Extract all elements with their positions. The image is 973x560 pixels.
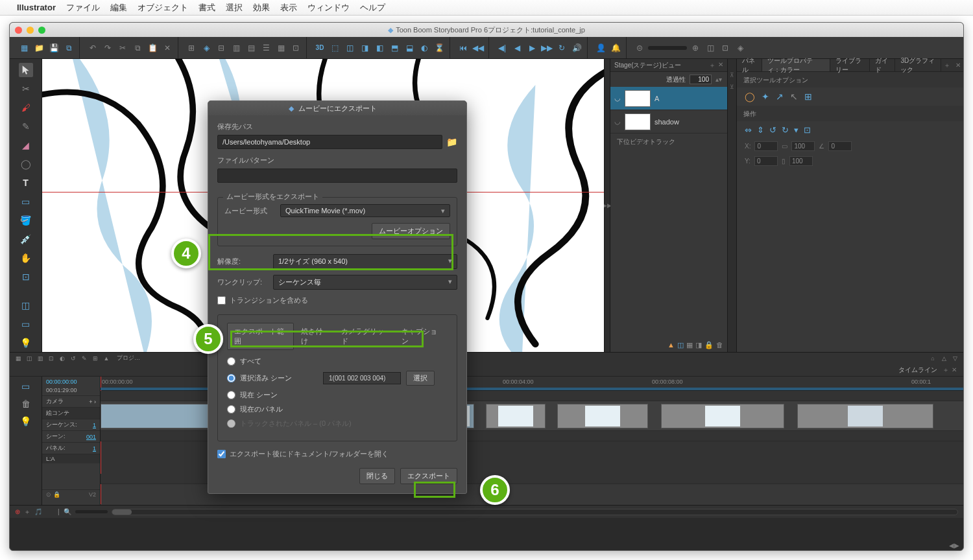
- browse-folder-icon[interactable]: 📁: [446, 137, 457, 147]
- cut-icon[interactable]: ✂: [116, 41, 129, 54]
- flatten-icon[interactable]: ▾: [794, 125, 799, 135]
- play-prev-icon[interactable]: ◀◀: [472, 41, 485, 54]
- play-icon[interactable]: ▶: [525, 41, 538, 54]
- w-input[interactable]: [791, 141, 815, 151]
- grid6-icon[interactable]: ▦: [274, 41, 287, 54]
- right-panel-chevron-icon[interactable]: ◀▶: [949, 542, 959, 549]
- snap-icon[interactable]: ◈: [200, 41, 213, 54]
- traffic-lights[interactable]: [15, 27, 45, 34]
- resolution-select[interactable]: 1/2サイズ (960 x 540): [273, 254, 457, 269]
- camera-row[interactable]: カメラ + ›: [42, 395, 100, 407]
- arrow-icon[interactable]: ↗: [776, 91, 784, 102]
- tlf-zoom-icon[interactable]: 🔍: [64, 508, 71, 515]
- menu-effect[interactable]: 効果: [253, 2, 270, 14]
- movie-options-button[interactable]: ムービーオプション: [372, 223, 450, 239]
- menu-object[interactable]: オブジェクト: [138, 2, 188, 14]
- menu-help[interactable]: ヘルプ: [360, 2, 385, 14]
- tab-burnin[interactable]: 焼き付け: [294, 323, 334, 350]
- undo-icon[interactable]: ↶: [86, 41, 99, 54]
- shape-tool-icon[interactable]: ◯: [19, 157, 33, 171]
- grid2-icon[interactable]: ⊟: [215, 41, 228, 54]
- bell-icon[interactable]: 🔔: [609, 41, 622, 54]
- close-icon[interactable]: [15, 27, 22, 34]
- flip-v-icon[interactable]: ⇕: [757, 125, 764, 135]
- visibility-icon[interactable]: ◡: [614, 117, 621, 126]
- extra1-icon[interactable]: ◫: [704, 41, 717, 54]
- snap2-icon[interactable]: ⊞: [804, 91, 812, 102]
- paint-tool-icon[interactable]: 🪣: [19, 213, 33, 228]
- tl-close-icon[interactable]: ✕: [952, 366, 957, 373]
- tab-toolprops[interactable]: ツールプロパティ：カラー: [762, 59, 830, 71]
- rotate-cw-icon[interactable]: ↻: [782, 125, 789, 135]
- ruler-down-icon[interactable]: ⊻: [730, 84, 734, 90]
- layer-item-shadow[interactable]: ◡ shadow: [610, 110, 727, 134]
- flip-h-icon[interactable]: ⇔: [745, 125, 752, 135]
- saveall-icon[interactable]: ⧉: [62, 41, 75, 54]
- grid7-icon[interactable]: ⊡: [289, 41, 302, 54]
- panel-add-icon[interactable]: ＋: [941, 61, 953, 70]
- zoom-icon[interactable]: [38, 27, 45, 34]
- zoom-in-icon[interactable]: ⊕: [689, 41, 702, 54]
- menu-file[interactable]: ファイル: [66, 2, 100, 14]
- scene-list-field[interactable]: 1(001 002 003 004): [323, 372, 401, 384]
- tlf2-icon[interactable]: ＋: [24, 508, 30, 517]
- bb7-icon[interactable]: ✎: [80, 354, 89, 363]
- export-button[interactable]: エクスポート: [400, 468, 457, 484]
- loop-icon[interactable]: ↻: [555, 41, 568, 54]
- user-icon[interactable]: 👤: [594, 41, 607, 54]
- play-first-icon[interactable]: ⏮: [457, 41, 470, 54]
- timeline-scrollbar[interactable]: [112, 509, 958, 515]
- cam-tool-icon[interactable]: ▭: [19, 317, 33, 331]
- oneclip-select[interactable]: シーケンス毎: [273, 275, 457, 290]
- layer-item-a[interactable]: ◡ A: [610, 87, 727, 110]
- cam7-icon[interactable]: ◐: [418, 41, 431, 54]
- cutter-tool-icon[interactable]: ✂: [19, 82, 33, 96]
- timeline-clip[interactable]: [797, 404, 933, 428]
- file-pattern-input[interactable]: [217, 169, 457, 183]
- bb-up-icon[interactable]: △: [939, 354, 948, 363]
- tab-guide[interactable]: ガイド: [870, 59, 895, 71]
- dropper-tool-icon[interactable]: 💉: [19, 232, 33, 246]
- close-button[interactable]: 閉じる: [359, 468, 395, 484]
- timeline-clip[interactable]: [557, 404, 648, 428]
- mac-menubar[interactable]: Illustrator ファイル 編集 オブジェクト 書式 選択 効果 表示 ウ…: [0, 0, 973, 16]
- tl-add-icon[interactable]: ＋: [943, 366, 949, 375]
- tlf1-icon[interactable]: ⊕: [15, 508, 20, 515]
- x-input[interactable]: [754, 141, 778, 151]
- save-path-input[interactable]: [217, 135, 442, 149]
- ruler-up-icon[interactable]: ⊼: [730, 72, 734, 78]
- menu-select[interactable]: 選択: [226, 2, 243, 14]
- lf4-icon[interactable]: ◨: [695, 341, 702, 349]
- layer-tool-icon[interactable]: ◫: [19, 298, 33, 312]
- minimize-icon[interactable]: [27, 27, 34, 34]
- splitter[interactable]: ▶▶: [604, 59, 610, 352]
- opacity-input[interactable]: [690, 75, 712, 84]
- lasso-icon[interactable]: ◯: [745, 91, 755, 102]
- radio-selected-scene[interactable]: 選択済み シーン: [227, 373, 292, 383]
- y-input[interactable]: [754, 156, 778, 166]
- cam6-icon[interactable]: ⬓: [403, 41, 416, 54]
- tl-trash-icon[interactable]: 🗑: [19, 397, 33, 411]
- text-tool-icon[interactable]: T: [19, 176, 33, 190]
- radio-current-scene[interactable]: 現在 シーン: [227, 390, 448, 400]
- lf-trash-icon[interactable]: 🗑: [716, 341, 723, 349]
- window-titlebar[interactable]: ◆ Toon Boom Storyboard Pro 6プロジェクト:tutor…: [10, 23, 963, 37]
- hand-tool-icon[interactable]: ✋: [19, 251, 33, 265]
- cam1-icon[interactable]: ⬚: [328, 41, 341, 54]
- tl-cam-icon[interactable]: ▭: [19, 379, 33, 393]
- prev-icon[interactable]: ◀: [511, 41, 523, 54]
- transform-tool-icon[interactable]: ⊡: [19, 270, 33, 284]
- tab-export-range[interactable]: エクスポート範囲: [227, 323, 294, 350]
- scene-val[interactable]: 001: [86, 434, 96, 440]
- copy-icon[interactable]: ⧉: [131, 41, 144, 54]
- movie-format-select[interactable]: QuickTime Movie (*.mov): [280, 204, 450, 217]
- lf-lock-icon[interactable]: 🔒: [704, 341, 714, 349]
- tl-bulb-icon[interactable]: 💡: [19, 414, 33, 428]
- tlf-zoom-slider[interactable]: [75, 510, 108, 513]
- panel-add-icon[interactable]: ＋: [709, 61, 715, 70]
- menu-view[interactable]: 表示: [280, 2, 297, 14]
- light-tool-icon[interactable]: 💡: [19, 336, 33, 350]
- delete-icon[interactable]: ✕: [161, 41, 174, 54]
- next-icon[interactable]: ▶▶: [540, 41, 553, 54]
- align-icon[interactable]: ⊡: [804, 125, 811, 135]
